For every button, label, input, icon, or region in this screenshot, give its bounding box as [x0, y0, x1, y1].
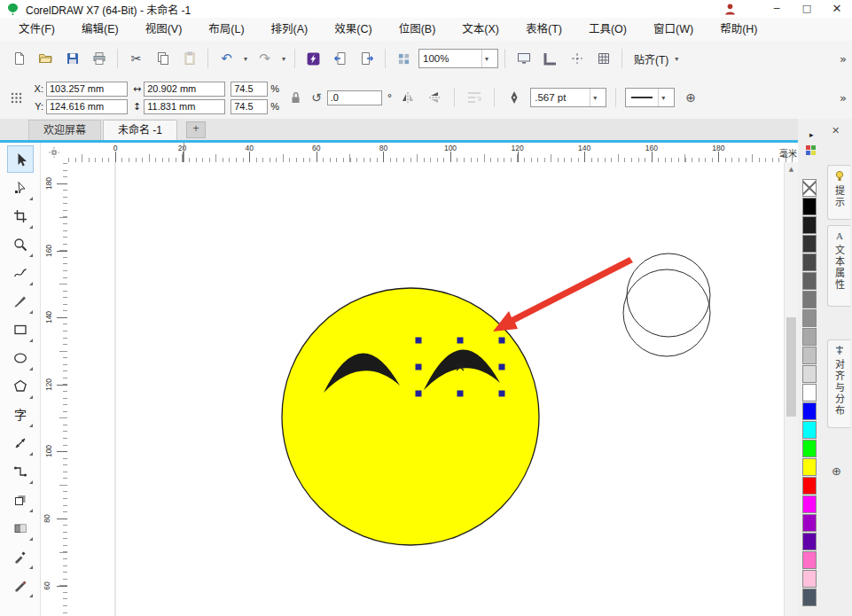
color-swatch-red[interactable]	[802, 477, 817, 495]
tab-welcome-screen[interactable]: 欢迎屏幕	[28, 120, 101, 140]
paste-button[interactable]	[177, 47, 201, 70]
snap-to-button[interactable]: 贴齐(T) ▾	[629, 51, 686, 66]
color-swatch-slate[interactable]	[802, 589, 817, 606]
object-height-input[interactable]	[144, 99, 225, 114]
line-style-caret[interactable]: ▾	[658, 89, 670, 106]
object-position-grid-icon[interactable]	[5, 87, 27, 108]
red-pointer-arrow[interactable]	[493, 257, 633, 331]
import-button[interactable]	[328, 47, 352, 70]
drawing-canvas[interactable]	[67, 162, 784, 616]
connector-tool[interactable]	[7, 457, 34, 485]
color-swatch-10-black[interactable]	[802, 365, 817, 383]
rectangle-tool[interactable]	[7, 316, 34, 343]
search-content-button[interactable]	[301, 47, 325, 70]
menu-text[interactable]: 文本(X)	[449, 18, 512, 41]
tab-untitled-1[interactable]: 未命名 -1	[103, 120, 177, 140]
outline-pen-tool[interactable]	[7, 571, 34, 598]
polygon-tool[interactable]	[7, 372, 34, 400]
drop-shadow-tool[interactable]	[7, 486, 34, 513]
ellipse-tool[interactable]	[7, 344, 34, 371]
print-button[interactable]	[87, 47, 111, 70]
color-swatch-light-pink[interactable]	[802, 570, 817, 588]
color-swatch-violet[interactable]	[802, 533, 817, 550]
color-swatch-40-black[interactable]	[802, 309, 817, 327]
open-button[interactable]	[34, 47, 58, 70]
menu-bitmaps[interactable]: 位图(B)	[386, 18, 449, 41]
vertical-ruler[interactable]: 1801601401201008060	[41, 162, 68, 616]
color-swatch-20-black[interactable]	[802, 347, 817, 364]
fullscreen-preview-button[interactable]	[512, 47, 535, 70]
y-position-input[interactable]	[46, 99, 128, 114]
palette-flyout-arrow-icon[interactable]: ▸	[809, 130, 814, 139]
menu-layout[interactable]: 布局(L)	[195, 18, 257, 41]
outline-width-caret[interactable]: ▾	[590, 89, 602, 106]
menu-file[interactable]: 文件(F)	[5, 18, 68, 41]
color-swatch-50-black[interactable]	[802, 291, 817, 308]
mirror-vertical-button[interactable]	[424, 87, 445, 108]
undo-button[interactable]: ↶	[215, 47, 238, 70]
color-swatch-60-black[interactable]	[802, 272, 817, 290]
lock-ratio-button[interactable]	[285, 87, 306, 108]
docker-tab-text-properties[interactable]: A 文本属性	[827, 225, 850, 307]
scale-vertical-input[interactable]	[231, 99, 268, 114]
propbar-overflow-button[interactable]: »	[840, 91, 847, 105]
scrollbar-up-arrow[interactable]: ▲	[785, 162, 798, 175]
color-swatch-purple[interactable]	[802, 514, 817, 532]
menu-edit[interactable]: 编辑(E)	[68, 18, 132, 41]
palette-options-icon[interactable]	[805, 144, 817, 156]
undo-dropdown-caret[interactable]: ▾	[241, 55, 250, 63]
docker-tab-hints[interactable]: 提示	[827, 165, 850, 220]
docker-quick-customize-icon[interactable]: ⊕	[832, 464, 841, 478]
color-swatch-80-black[interactable]	[802, 235, 817, 253]
menu-tools[interactable]: 工具(O)	[575, 18, 640, 41]
scrollbar-thumb[interactable]	[786, 317, 796, 417]
outline-width-select[interactable]: .567 pt ▾	[530, 88, 606, 107]
crop-tool[interactable]	[7, 202, 34, 230]
color-swatch-magenta[interactable]	[802, 495, 817, 513]
export-button[interactable]	[355, 47, 379, 70]
zoom-dropdown-caret[interactable]: ▾	[481, 50, 494, 67]
text-tool[interactable]: 字	[7, 401, 34, 428]
close-button[interactable]: ✕	[822, 0, 852, 18]
color-swatch-30-black[interactable]	[802, 328, 817, 346]
freehand-tool[interactable]	[7, 259, 34, 286]
horizontal-ruler[interactable]: 020406080100120140160180 毫米	[67, 143, 802, 163]
x-position-input[interactable]	[46, 82, 128, 97]
object-width-input[interactable]	[144, 82, 225, 97]
zoom-level-select[interactable]: 100% ▾	[418, 49, 498, 68]
parallel-dimension-tool[interactable]	[7, 429, 34, 456]
color-swatch-70-black[interactable]	[802, 253, 817, 271]
user-account-icon[interactable]	[723, 3, 737, 16]
new-document-tab-button[interactable]: +	[186, 121, 206, 138]
docker-tab-align-distribute[interactable]: 对齐与分布	[827, 339, 850, 428]
menu-arrange[interactable]: 排列(A)	[258, 18, 322, 41]
color-eyedropper-tool[interactable]	[7, 542, 34, 570]
maximize-button[interactable]: □	[792, 0, 822, 18]
show-rulers-button[interactable]	[538, 47, 562, 70]
zoom-tool[interactable]	[7, 230, 34, 258]
rotation-angle-input[interactable]	[327, 90, 382, 105]
color-swatch-green[interactable]	[802, 440, 817, 457]
toolbar-overflow-button[interactable]: »	[840, 52, 847, 66]
redo-button[interactable]: ↷	[253, 47, 277, 70]
minimize-button[interactable]: ─	[762, 0, 792, 18]
color-swatch-white[interactable]	[802, 384, 817, 402]
copy-button[interactable]	[151, 47, 175, 70]
redo-dropdown-caret[interactable]: ▾	[279, 55, 288, 63]
color-swatch-blue[interactable]	[802, 402, 817, 420]
cut-button[interactable]: ✂	[124, 47, 148, 70]
menu-view[interactable]: 视图(V)	[132, 18, 196, 41]
wrap-text-button[interactable]	[464, 87, 485, 108]
outlined-circles-pair[interactable]	[623, 253, 710, 356]
artistic-media-tool[interactable]	[7, 287, 34, 315]
color-swatch-yellow[interactable]	[802, 458, 817, 476]
line-style-select[interactable]: ▾	[625, 88, 675, 107]
color-swatch-pink[interactable]	[802, 551, 817, 569]
mirror-horizontal-button[interactable]	[397, 87, 418, 108]
color-swatch-no-fill[interactable]	[802, 179, 817, 197]
new-document-button[interactable]	[7, 47, 31, 70]
application-launcher-button[interactable]	[392, 47, 416, 70]
color-swatch-black[interactable]	[802, 198, 817, 215]
transparency-tool[interactable]	[7, 514, 34, 542]
ruler-origin-corner[interactable]	[41, 143, 68, 163]
